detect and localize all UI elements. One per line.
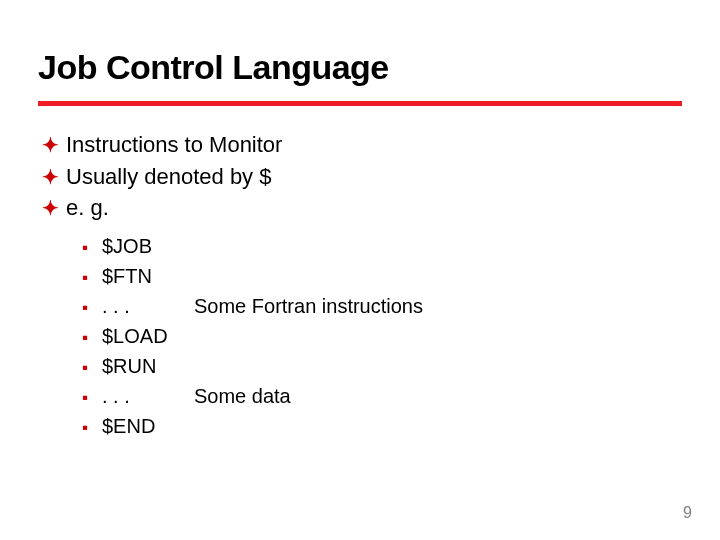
list-item: ▪ $END [82, 411, 682, 441]
list-item: ✦ e. g. [42, 193, 682, 223]
bullet-icon: ✦ [42, 195, 60, 222]
extra-text: Some Fortran instructions [194, 291, 423, 321]
bullet-icon: ▪ [82, 235, 98, 261]
bullet-icon: ✦ [42, 132, 60, 159]
code-text: $LOAD [102, 321, 176, 351]
code-text: $FTN [102, 261, 176, 291]
bullet-text: Usually denoted by $ [66, 162, 271, 192]
bullet-list-level2: ▪ $JOB ▪ $FTN ▪ . . . Some Fortran instr… [38, 231, 682, 441]
slide-title: Job Control Language [38, 48, 682, 87]
code-text: $JOB [102, 231, 176, 261]
list-item: ▪ $RUN [82, 351, 682, 381]
bullet-icon: ▪ [82, 325, 98, 351]
list-item: ▪ $JOB [82, 231, 682, 261]
list-item: ▪ . . . Some data [82, 381, 682, 411]
list-item: ▪ $FTN [82, 261, 682, 291]
list-item: ▪ . . . Some Fortran instructions [82, 291, 682, 321]
bullet-list-level1: ✦ Instructions to Monitor ✦ Usually deno… [38, 130, 682, 223]
bullet-icon: ▪ [82, 355, 98, 381]
bullet-icon: ▪ [82, 265, 98, 291]
code-text: . . . [102, 381, 176, 411]
page-number: 9 [683, 504, 692, 522]
title-underline [38, 101, 682, 106]
list-item: ✦ Usually denoted by $ [42, 162, 682, 192]
bullet-icon: ▪ [82, 415, 98, 441]
bullet-text: e. g. [66, 193, 109, 223]
code-text: . . . [102, 291, 176, 321]
list-item: ▪ $LOAD [82, 321, 682, 351]
bullet-text: Instructions to Monitor [66, 130, 282, 160]
code-text: $RUN [102, 351, 176, 381]
bullet-icon: ▪ [82, 385, 98, 411]
list-item: ✦ Instructions to Monitor [42, 130, 682, 160]
bullet-icon: ✦ [42, 164, 60, 191]
bullet-icon: ▪ [82, 295, 98, 321]
extra-text: Some data [194, 381, 291, 411]
code-text: $END [102, 411, 176, 441]
